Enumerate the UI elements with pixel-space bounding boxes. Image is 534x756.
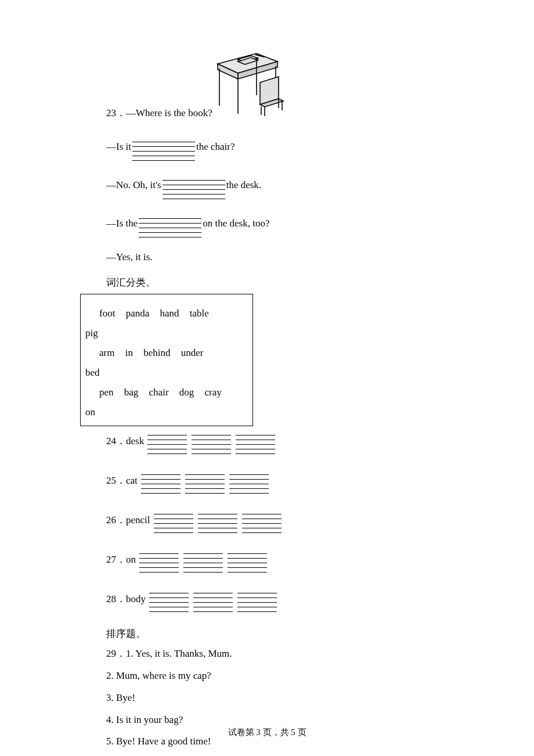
q29-line-2: 2. Mum, where is my cap? <box>106 669 431 683</box>
blank-triple[interactable] <box>154 510 282 533</box>
item-26-label: 26．pencil <box>106 513 150 527</box>
text: on the desk, too? <box>203 217 269 231</box>
blank-group[interactable] <box>163 176 225 199</box>
q23-prompt: —Where is the book? <box>126 106 212 120</box>
item-24-row: 24．desk <box>106 430 431 453</box>
item-26-row: 26．pencil <box>106 509 431 532</box>
blank-triple[interactable] <box>149 589 277 612</box>
wordbox-line: on <box>85 402 242 422</box>
blank-triple[interactable] <box>141 470 269 494</box>
q29-line-1: 29．1. Yes, it is. Thanks, Mum. <box>106 647 431 661</box>
blank-group[interactable] <box>132 138 195 161</box>
text: —Is it <box>106 140 131 154</box>
wordbox-line: bed <box>85 363 242 383</box>
item-28-label: 28．body <box>106 592 146 606</box>
content-column: 23． —Where is the book? <box>106 41 431 756</box>
q23-number: 23． <box>106 106 126 120</box>
blank-triple[interactable] <box>139 549 267 573</box>
item-28-row: 28．body <box>106 588 431 611</box>
q23-line-isthe: —Is the on the desk, too? <box>106 212 431 235</box>
desk-chair-image <box>215 41 284 120</box>
item-27-label: 27．on <box>106 553 136 567</box>
page: 23． —Where is the book? <box>0 0 534 756</box>
text: the chair? <box>196 140 235 154</box>
wordbox-line: pig <box>85 323 242 343</box>
blank-group[interactable] <box>139 214 201 237</box>
q29-line-3: 3. Bye! <box>106 691 431 705</box>
item-24-label: 24．desk <box>106 434 144 448</box>
wordbox-line: foot panda hand table <box>85 304 242 323</box>
vocab-section-title: 词汇分类。 <box>106 276 431 290</box>
item-25-row: 25．cat <box>106 469 431 492</box>
order-section-title: 排序题。 <box>106 627 431 641</box>
q23-line-isit: —Is it the chair? <box>106 135 431 159</box>
q29-line-4: 4. Is it in your bag? <box>106 713 431 727</box>
blank-triple[interactable] <box>147 431 275 454</box>
wordbox-line: pen bag chair dog cray <box>85 383 242 402</box>
text: —Is the <box>106 217 138 231</box>
item-27-row: 27．on <box>106 548 431 571</box>
text: —No. Oh, it's <box>106 178 161 192</box>
wordbox-line: arm in behind under <box>85 343 242 363</box>
word-box: foot panda hand table pig arm in behind … <box>80 294 253 426</box>
q23-line-no: —No. Oh, it's the desk. <box>106 174 431 197</box>
text: —Yes, it is. <box>106 250 153 264</box>
q23-prompt-row: 23． —Where is the book? <box>106 41 431 120</box>
q23-line-yes: —Yes, it is. <box>106 250 431 264</box>
text: the desk. <box>226 178 261 192</box>
page-footer: 试卷第 3 页，共 5 页 <box>0 726 534 739</box>
item-25-label: 25．cat <box>106 474 138 488</box>
